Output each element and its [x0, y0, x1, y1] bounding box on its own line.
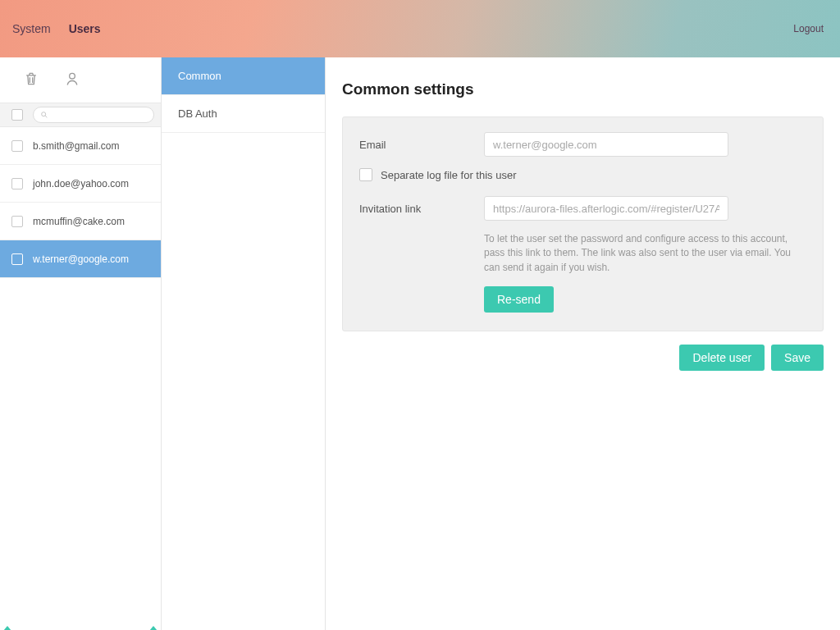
page-title: Common settings — [342, 80, 824, 98]
logout-link[interactable]: Logout — [793, 23, 824, 34]
email-label: Email — [359, 139, 484, 151]
user-item[interactable]: john.doe@yahoo.com — [0, 165, 161, 203]
user-checkbox[interactable] — [11, 216, 23, 227]
user-item[interactable]: b.smith@gmail.com — [0, 127, 161, 165]
add-user-icon[interactable] — [64, 69, 80, 91]
email-field[interactable] — [484, 132, 728, 157]
email-row: Email — [359, 132, 806, 157]
main-content: Common settings Email Separate log file … — [326, 57, 840, 630]
section-list: Common DB Auth — [162, 57, 326, 630]
user-list: b.smith@gmail.com john.doe@yahoo.com mcm… — [0, 127, 161, 630]
save-button[interactable]: Save — [771, 345, 824, 371]
user-list-panel: b.smith@gmail.com john.doe@yahoo.com mcm… — [0, 57, 162, 630]
header: System Users Logout — [0, 0, 840, 57]
search-input[interactable] — [33, 107, 154, 123]
search-icon — [40, 109, 48, 121]
user-checkbox[interactable] — [11, 178, 23, 189]
select-all-checkbox[interactable] — [11, 109, 23, 121]
user-email: b.smith@gmail.com — [33, 140, 120, 152]
section-common[interactable]: Common — [162, 57, 325, 95]
app-body: b.smith@gmail.com john.doe@yahoo.com mcm… — [0, 57, 840, 630]
user-checkbox[interactable] — [11, 253, 23, 265]
invitation-row: Invitation link — [359, 196, 806, 221]
user-checkbox[interactable] — [11, 140, 23, 152]
search-row — [0, 103, 161, 127]
trash-icon[interactable] — [23, 69, 39, 91]
svg-point-0 — [70, 73, 75, 79]
invitation-label: Invitation link — [359, 203, 484, 215]
section-db-auth[interactable]: DB Auth — [162, 95, 325, 133]
invitation-help-text: To let the user set the password and con… — [484, 232, 806, 275]
resend-button[interactable]: Re-send — [484, 286, 554, 313]
settings-panel: Email Separate log file for this user In… — [342, 116, 824, 331]
invitation-field[interactable] — [484, 196, 728, 221]
header-nav: System Users — [12, 22, 101, 35]
user-email: john.doe@yahoo.com — [33, 178, 129, 189]
user-email: w.terner@google.com — [33, 253, 129, 265]
separate-log-row: Separate log file for this user — [359, 168, 806, 181]
user-item[interactable]: w.terner@google.com — [0, 240, 161, 278]
delete-user-button[interactable]: Delete user — [679, 345, 765, 371]
separate-log-checkbox[interactable] — [359, 168, 372, 181]
nav-system[interactable]: System — [12, 22, 51, 35]
user-item[interactable]: mcmuffin@cake.com — [0, 203, 161, 240]
separate-log-label: Separate log file for this user — [381, 169, 516, 181]
svg-point-1 — [42, 112, 46, 116]
action-bar: Delete user Save — [342, 345, 824, 371]
nav-users[interactable]: Users — [69, 22, 101, 35]
user-list-toolbar — [0, 57, 161, 103]
user-email: mcmuffin@cake.com — [33, 216, 125, 227]
